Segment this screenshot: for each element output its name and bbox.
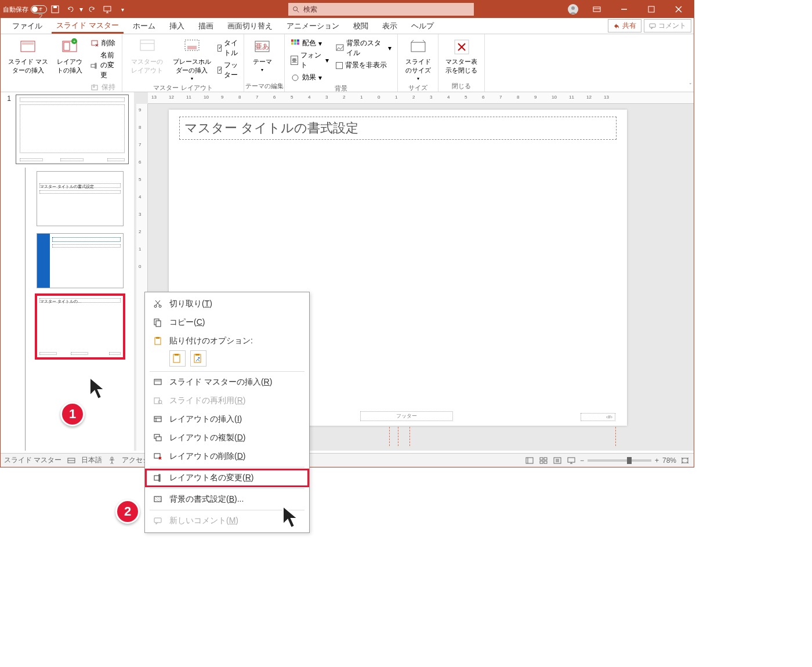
callout-1: 1 [60,402,85,426]
tab-animations[interactable]: アニメーション [282,19,344,34]
accessibility-icon[interactable] [108,456,116,465]
tab-draw[interactable]: 描画 [194,19,218,34]
svg-rect-81 [156,437,161,441]
maximize-icon[interactable] [638,1,664,18]
svg-rect-57 [568,458,575,462]
menu-cut[interactable]: 切り取り(T) [145,295,309,313]
svg-point-60 [159,305,161,307]
comments-button[interactable]: コメント [644,19,691,32]
fonts-icon: 亜 [291,56,298,65]
title-placeholder[interactable]: マスター タイトルの書式設定 [179,117,617,140]
svg-rect-64 [156,321,161,327]
ribbon-display-icon[interactable] [583,1,610,18]
layout-thumbnail-1[interactable]: マスター タイトルの書式設定 [37,171,124,226]
tab-home[interactable]: ホーム [128,19,160,34]
undo-dropdown-icon[interactable]: ▾ [78,2,84,16]
preserve-icon [90,83,99,92]
zoom-out-button[interactable]: − [580,456,584,465]
svg-rect-66 [156,337,160,339]
delete-button[interactable]: 削除 [88,38,118,49]
undo-icon[interactable] [63,2,77,16]
rename-button[interactable]: 名前の変更 [88,50,118,81]
insert-placeholder-button[interactable]: プレースホルダーの挿入▾ [169,37,215,82]
reuse-slides-icon [152,395,164,407]
hide-bg-checkbox[interactable]: 背景を非表示 [334,60,394,71]
colors-button[interactable]: 配色 ▾ [288,38,331,49]
svg-rect-32 [291,39,293,42]
rename-icon [90,61,98,70]
master-thumbnail[interactable] [16,95,129,164]
layout-thumbnail-3[interactable]: マスター タイトルの… [37,295,124,358]
menu-delete-layout[interactable]: レイアウトの削除(D) [145,447,309,466]
footer-checkbox[interactable]: フッター [215,60,240,81]
paste-option-picture[interactable] [190,350,206,367]
slide-number-placeholder[interactable]: ‹#› [581,413,615,421]
bg-styles-button[interactable]: 背景のスタイル ▾ [334,38,394,59]
title-checkbox[interactable]: タイトル [215,38,240,59]
insert-layout-menu-icon [152,414,164,425]
slide-size-button[interactable]: スライドのサイズ▾ [401,37,434,82]
layout-thumbnail-2[interactable] [37,233,124,288]
save-icon[interactable] [48,2,62,16]
zoom-slider[interactable] [588,459,651,462]
account-icon[interactable] [564,2,582,16]
minimize-icon[interactable] [611,1,637,18]
status-language[interactable]: 日本語 [81,455,102,465]
tab-insert[interactable]: 挿入 [165,19,189,34]
fit-to-window-icon[interactable] [680,456,690,465]
menu-reuse-slides: スライドの再利用(R) [145,392,309,410]
tab-help[interactable]: ヘルプ [407,19,438,34]
menu-duplicate-layout[interactable]: レイアウトの複製(D) [145,429,309,447]
close-master-view-button[interactable]: マスター表示を閉じる [442,37,481,76]
qat-customize-icon[interactable]: ▾ [115,2,129,16]
insert-placeholder-icon [183,38,201,56]
svg-rect-88 [154,518,161,523]
zoom-in-button[interactable]: + [655,456,659,465]
close-icon[interactable] [665,1,691,18]
cursor-icon [281,505,304,534]
status-language-icon[interactable] [67,456,75,465]
autosave-toggle[interactable]: 自動保存 オフ [3,5,47,14]
svg-rect-15 [22,42,34,45]
redo-icon[interactable] [85,2,99,16]
ribbon-collapse-icon[interactable]: ˇ [690,83,691,89]
preserve-button[interactable]: 保持 [88,82,118,93]
footer-placeholder[interactable]: フッター [360,411,453,421]
svg-rect-26 [140,40,154,50]
tab-transitions[interactable]: 画面切り替え [223,19,277,34]
menu-insert-layout[interactable]: レイアウトの挿入(I) [145,410,309,429]
ribbon-tabs: ファイル スライド マスター ホーム 挿入 描画 画面切り替え アニメーション … [1,18,694,34]
paste-option-theme[interactable] [169,350,186,367]
menu-rename-layout[interactable]: レイアウト名の変更(R) [145,469,309,487]
themes-icon: 亜あ [253,38,271,56]
autosave-switch[interactable]: オフ [31,5,47,13]
slide-size-icon [409,38,427,56]
insert-slide-master-button[interactable]: スライド マスターの挿入 [4,37,52,76]
effects-button[interactable]: 効果 ▾ [288,72,331,83]
start-from-beginning-icon[interactable] [100,2,114,16]
zoom-level[interactable]: 78% [662,456,676,465]
view-slideshow-icon[interactable] [566,456,577,465]
search-box[interactable]: 検索 [288,3,474,16]
svg-rect-52 [544,461,547,463]
menu-copy[interactable]: コピー(C) [145,313,309,332]
tab-review[interactable]: 校閲 [349,19,373,34]
insert-layout-button[interactable]: + レイアウトの挿入 [52,37,88,76]
svg-rect-67 [173,354,180,362]
view-reading-icon[interactable] [552,456,563,465]
share-button[interactable]: 共有 [608,19,641,32]
view-sorter-icon[interactable] [538,456,549,465]
tab-view[interactable]: 表示 [378,19,402,34]
view-normal-icon[interactable] [524,456,535,465]
insert-slide-master-icon [152,376,164,388]
themes-button[interactable]: 亜あ テーマ▾ [248,37,277,74]
svg-rect-10 [648,6,654,12]
paste-icon [152,335,164,347]
fonts-button[interactable]: 亜フォント ▾ [288,50,331,71]
tab-file[interactable]: ファイル [8,19,47,34]
group-theme-label: テーマの編集 [244,81,284,92]
tab-slide-master[interactable]: スライド マスター [52,18,124,34]
menu-insert-slide-master[interactable]: スライド マスターの挿入(R) [145,373,309,392]
checkbox-icon [217,45,222,52]
slide-thumbnail-panel: 1 マスター タイトルの書式設定 [1,92,134,451]
